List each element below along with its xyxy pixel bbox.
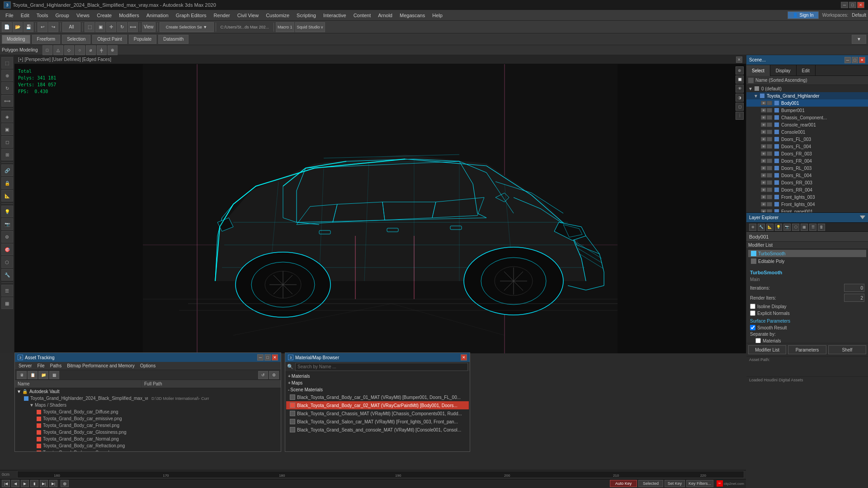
scale-tool[interactable]: ⟺ bbox=[128, 22, 138, 32]
asset-file-0[interactable]: Toyota_Grand_Body_car_Diffuse.png bbox=[15, 408, 281, 415]
menu-item-create[interactable]: Create bbox=[93, 10, 115, 20]
create-selection-btn[interactable]: Create Selection Se ▼ bbox=[160, 22, 214, 32]
mat-item-4[interactable]: Black_Toyota_Grand_Seats_and_console_MAT… bbox=[286, 426, 469, 434]
scene-tab-select[interactable]: Select bbox=[746, 65, 770, 76]
poly-btn-1[interactable]: □ bbox=[42, 45, 52, 55]
vis-box-5[interactable] bbox=[767, 137, 772, 141]
left-tool-5[interactable]: ◈ bbox=[1, 111, 13, 122]
set-key-btn[interactable]: Set Key bbox=[665, 480, 685, 487]
mod-icon-8[interactable]: ☰ bbox=[809, 224, 816, 231]
transport-stop[interactable]: ▮ bbox=[30, 480, 38, 487]
scene-row-11[interactable]: 👁Doors_RR_003 bbox=[746, 179, 868, 186]
poly-btn-5[interactable]: ⌀ bbox=[86, 45, 96, 55]
transport-next-key[interactable]: ▶| bbox=[49, 480, 57, 487]
asset-menu-bitmap[interactable]: Bitmap Performance and Memory bbox=[65, 361, 137, 371]
transport-next[interactable]: ▶| bbox=[40, 480, 48, 487]
transport-prev[interactable]: ◀ bbox=[11, 480, 19, 487]
asset-min-btn[interactable]: ─ bbox=[257, 354, 264, 361]
left-tool-16[interactable]: ⬡ bbox=[1, 256, 13, 268]
vis-box-10[interactable] bbox=[767, 173, 772, 178]
left-tool-7[interactable]: ◻ bbox=[1, 136, 13, 148]
transport-play[interactable]: ▶ bbox=[21, 480, 29, 487]
vis-eye-13[interactable]: 👁 bbox=[761, 195, 766, 199]
vis-eye-14[interactable]: 👁 bbox=[761, 202, 766, 206]
left-tool-19[interactable]: ▦ bbox=[1, 297, 13, 309]
poly-btn-3[interactable]: ◇ bbox=[64, 45, 74, 55]
mat-section-materials[interactable]: +Materials bbox=[286, 373, 469, 380]
asset-settings-btn[interactable]: ⚙ bbox=[269, 371, 279, 379]
vis-box-14[interactable] bbox=[767, 202, 772, 206]
vis-eye-0[interactable]: 👁 bbox=[761, 101, 766, 105]
menu-item-help[interactable]: Help bbox=[429, 10, 446, 20]
scene-row-7[interactable]: 👁Doors_FR_003 bbox=[746, 150, 868, 157]
scene-tab-edit[interactable]: Edit bbox=[797, 65, 816, 76]
vis-box-9[interactable] bbox=[767, 166, 772, 170]
scene-row-1[interactable]: 👁Bumper001 bbox=[746, 107, 868, 114]
transport-extra[interactable]: ⊕ bbox=[61, 480, 69, 487]
mat-item-2[interactable]: Black_Toyota_Grand_Chassis_MAT (VRayMtl)… bbox=[286, 409, 469, 418]
menu-item-tools[interactable]: Tools bbox=[33, 10, 52, 20]
menu-item-scripting[interactable]: Scripting bbox=[293, 10, 320, 20]
open-button[interactable]: 📂 bbox=[13, 22, 23, 32]
vis-eye-11[interactable]: 👁 bbox=[761, 180, 766, 185]
scene-list[interactable]: ▼ 0 (default) ▼ Toyota_Grand_Highlander … bbox=[746, 85, 868, 212]
scene-row-0[interactable]: 👁Body001 bbox=[746, 99, 868, 107]
left-tool-6[interactable]: ▣ bbox=[1, 123, 13, 135]
asset-tb-2[interactable]: 📋 bbox=[28, 371, 38, 379]
vis-eye-4[interactable]: 👁 bbox=[761, 130, 766, 134]
vp-control-3[interactable]: 👁 bbox=[736, 84, 744, 93]
asset-file-6[interactable]: Toyota_Grand_Body_car_Specular.png bbox=[15, 449, 281, 451]
select-region[interactable]: ▣ bbox=[95, 22, 105, 32]
mat-search-input[interactable] bbox=[295, 363, 468, 371]
parameters-btn[interactable]: Parameters bbox=[788, 345, 826, 354]
mod-icon-6[interactable]: ⬡ bbox=[792, 224, 799, 231]
mod-icon-5[interactable]: 📷 bbox=[783, 224, 791, 231]
scene-row-14[interactable]: 👁Front_lights_004 bbox=[746, 201, 868, 208]
modifier-editable-poly[interactable]: Editable Poly bbox=[748, 258, 866, 265]
asset-max-btn[interactable]: □ bbox=[264, 354, 271, 361]
menu-item-customize[interactable]: Customize bbox=[262, 10, 293, 20]
vis-eye-10[interactable]: 👁 bbox=[761, 173, 766, 178]
menu-item-file[interactable]: File bbox=[2, 10, 17, 20]
mode-freeform[interactable]: Freeform bbox=[32, 35, 61, 44]
menu-item-group[interactable]: Group bbox=[52, 10, 73, 20]
timeline-bar[interactable]: 160 170 180 190 200 210 220 bbox=[17, 471, 744, 478]
scene-row-group[interactable]: ▼ 0 (default) bbox=[746, 85, 868, 92]
vis-box-7[interactable] bbox=[767, 151, 772, 156]
mat-item-3[interactable]: Black_Toyota_Grand_Salon_car_MAT (VRayMt… bbox=[286, 418, 469, 426]
maps-shaders-row[interactable]: ▼ Maps / Shaders bbox=[15, 402, 281, 408]
macro-btn[interactable]: Macro 1 bbox=[276, 22, 294, 32]
vis-eye-12[interactable]: 👁 bbox=[761, 188, 766, 192]
vis-box-12[interactable] bbox=[767, 188, 772, 192]
redo-button[interactable]: ↪ bbox=[48, 22, 58, 32]
menu-item-render[interactable]: Render bbox=[210, 10, 234, 20]
scene-row-10[interactable]: 👁Doors_RL_004 bbox=[746, 172, 868, 179]
left-tool-12[interactable]: 💡 bbox=[1, 206, 13, 217]
menu-item-views[interactable]: Views bbox=[73, 10, 93, 20]
viewport-close[interactable]: ✕ bbox=[736, 56, 742, 63]
mode-object-paint[interactable]: Object Paint bbox=[92, 35, 127, 44]
left-tool-14[interactable]: ⚙ bbox=[1, 231, 13, 243]
viewport-canvas[interactable]: Total Polys: 341 181 Verts: 184 057 FPS:… bbox=[14, 64, 746, 353]
vp-control-1[interactable]: ⊕ bbox=[736, 66, 744, 75]
new-button[interactable]: 📄 bbox=[2, 22, 12, 32]
left-tool-2[interactable]: ⊕ bbox=[1, 70, 13, 81]
left-tool-1[interactable]: ⬚ bbox=[1, 57, 13, 69]
vis-eye-6[interactable]: 👁 bbox=[761, 144, 766, 149]
mod-icon-7[interactable]: ▦ bbox=[801, 224, 808, 231]
extra-dropdown[interactable]: ▼ bbox=[852, 35, 866, 44]
asset-file-3[interactable]: Toyota_Grand_Body_car_Glossiness.png bbox=[15, 429, 281, 436]
undo-button[interactable]: ↩ bbox=[38, 22, 47, 32]
vis-eye-9[interactable]: 👁 bbox=[761, 166, 766, 170]
menu-item-edit[interactable]: Edit bbox=[17, 10, 33, 20]
left-tool-4[interactable]: ⟺ bbox=[1, 95, 13, 107]
left-tool-18[interactable]: ☰ bbox=[1, 285, 13, 296]
vis-box-4[interactable] bbox=[767, 130, 772, 134]
scene-tab-display[interactable]: Display bbox=[770, 65, 797, 76]
vis-box-3[interactable] bbox=[767, 122, 772, 127]
signin-button[interactable]: 👤 Sign In bbox=[788, 11, 819, 19]
mod-icon-1[interactable]: ⊕ bbox=[749, 224, 756, 231]
vis-eye-2[interactable]: 👁 bbox=[761, 115, 766, 120]
poly-btn-4[interactable]: ○ bbox=[75, 45, 85, 55]
mat-close-btn[interactable]: ✕ bbox=[461, 354, 467, 361]
